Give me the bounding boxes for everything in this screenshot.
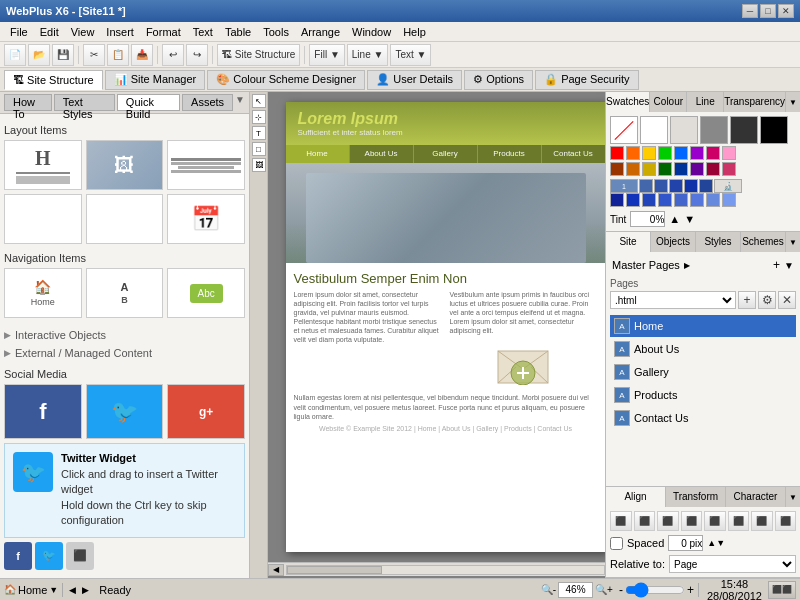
- tab-text-styles[interactable]: Text Styles: [54, 94, 115, 111]
- twitter-widget-area[interactable]: 🐦 Twitter Widget Click and drag to inser…: [4, 443, 245, 538]
- swatch-gray[interactable]: [700, 116, 728, 144]
- page-delete-button[interactable]: ✕: [778, 291, 796, 309]
- tab-colour[interactable]: Colour: [650, 92, 687, 112]
- canvas-nav-products[interactable]: Products: [478, 145, 542, 163]
- swatch-numbered-3[interactable]: [654, 179, 668, 193]
- page-settings-button[interactable]: ⚙: [758, 291, 776, 309]
- swatch-dark-blue[interactable]: [674, 162, 688, 176]
- undo-button[interactable]: ↩: [162, 44, 184, 66]
- tw-small-icon[interactable]: 🐦: [35, 542, 63, 570]
- paste-button[interactable]: 📥: [131, 44, 153, 66]
- social-twitter[interactable]: 🐦: [86, 384, 164, 439]
- spaced-checkbox[interactable]: [610, 537, 623, 550]
- h-scrollbar[interactable]: ◀ ▶: [268, 562, 605, 576]
- canvas-nav-gallery[interactable]: Gallery: [414, 145, 478, 163]
- social-googleplus[interactable]: g+: [167, 384, 245, 439]
- extra-social-icon[interactable]: ⬛: [66, 542, 94, 570]
- menu-insert[interactable]: Insert: [100, 24, 140, 40]
- tab-align[interactable]: Align: [606, 487, 666, 507]
- page-item-contact[interactable]: A Contact Us: [610, 407, 796, 429]
- panel-arrow[interactable]: ▼: [235, 94, 245, 111]
- tab-colour-scheme[interactable]: 🎨 Colour Scheme Designer: [207, 70, 365, 90]
- menu-window[interactable]: Window: [346, 24, 397, 40]
- align-distribute-v-btn[interactable]: ⬛: [775, 511, 797, 531]
- tab-site[interactable]: Site: [606, 232, 651, 252]
- zoom-plus[interactable]: +: [687, 583, 694, 597]
- minimize-button[interactable]: ─: [742, 4, 758, 18]
- tab-site-manager[interactable]: 📊 Site Manager: [105, 70, 205, 90]
- layout-item-columns[interactable]: [86, 194, 164, 244]
- tab-user-details[interactable]: 👤 User Details: [367, 70, 462, 90]
- tab-how-to[interactable]: How To: [4, 94, 52, 111]
- swatch-eyedropper[interactable]: 🔬: [714, 179, 742, 193]
- menu-file[interactable]: File: [4, 24, 34, 40]
- menu-text[interactable]: Text: [187, 24, 219, 40]
- site-structure-button[interactable]: 🏗 Site Structure: [217, 44, 300, 66]
- swatches-panel-arrow[interactable]: ▼: [786, 92, 800, 112]
- layout-item-text[interactable]: [167, 140, 245, 190]
- tab-schemes[interactable]: Schemes: [741, 232, 786, 252]
- swatch-pink[interactable]: [706, 146, 720, 160]
- canvas-nav-contact[interactable]: Contact Us: [542, 145, 606, 163]
- zoom-in-btn[interactable]: 🔍+: [595, 584, 613, 595]
- tab-transparency[interactable]: Transparency: [724, 92, 786, 112]
- menu-arrange[interactable]: Arrange: [295, 24, 346, 40]
- tab-quick-build[interactable]: Quick Build: [117, 94, 180, 111]
- cut-button[interactable]: ✂: [83, 44, 105, 66]
- swatch-purple[interactable]: [690, 146, 704, 160]
- tint-input[interactable]: [630, 211, 665, 227]
- swatch-yellow[interactable]: [642, 146, 656, 160]
- align-bottom-btn[interactable]: ⬛: [728, 511, 750, 531]
- swatch-numbered-5[interactable]: [684, 179, 698, 193]
- tool-shape[interactable]: □: [252, 142, 266, 156]
- tab-site-structure[interactable]: 🏗 Site Structure: [4, 70, 103, 90]
- copy-button[interactable]: 📋: [107, 44, 129, 66]
- canvas-nav-home[interactable]: Home: [286, 145, 350, 163]
- canvas-scroll[interactable]: Lorem Ipsum Sufficient et inter status l…: [268, 92, 605, 578]
- swatch-c6[interactable]: [690, 193, 704, 207]
- page-add-button[interactable]: +: [738, 291, 756, 309]
- swatch-numbered-6[interactable]: [699, 179, 713, 193]
- swatch-dark-purple[interactable]: [690, 162, 704, 176]
- relative-select[interactable]: Page Selection Margin: [669, 555, 796, 573]
- layout-item-h[interactable]: H: [4, 140, 82, 190]
- swatch-numbered-1[interactable]: 1: [610, 179, 638, 193]
- swatch-dark-green[interactable]: [658, 162, 672, 176]
- tool-select[interactable]: ⊹: [252, 110, 266, 124]
- menu-format[interactable]: Format: [140, 24, 187, 40]
- menu-tools[interactable]: Tools: [257, 24, 295, 40]
- menu-view[interactable]: View: [65, 24, 101, 40]
- swatch-orange[interactable]: [626, 146, 640, 160]
- spaced-input[interactable]: [668, 535, 703, 551]
- new-button[interactable]: 📄: [4, 44, 26, 66]
- swatch-dark-pink[interactable]: [706, 162, 720, 176]
- swatch-blue[interactable]: [674, 146, 688, 160]
- tool-text[interactable]: T: [252, 126, 266, 140]
- swatch-c4[interactable]: [658, 193, 672, 207]
- zoom-out-btn[interactable]: 🔍-: [541, 584, 556, 595]
- zoom-input[interactable]: [558, 582, 593, 598]
- master-pages-expand[interactable]: ▶: [684, 261, 690, 270]
- page-format-select[interactable]: .html .php: [610, 291, 736, 309]
- tab-swatches[interactable]: Swatches: [606, 92, 650, 112]
- swatch-light-gray[interactable]: [670, 116, 698, 144]
- text-button[interactable]: Text ▼: [390, 44, 431, 66]
- swatch-dark-orange[interactable]: [626, 162, 640, 176]
- swatch-brown[interactable]: [610, 162, 624, 176]
- swatch-gold[interactable]: [642, 162, 656, 176]
- home-dropdown[interactable]: ▼: [49, 585, 58, 595]
- tab-options[interactable]: ⚙ Options: [464, 70, 533, 90]
- section-external[interactable]: External / Managed Content: [4, 344, 245, 362]
- h-scroll-thumb[interactable]: [287, 566, 382, 574]
- align-right-btn[interactable]: ⬛: [657, 511, 679, 531]
- tab-objects[interactable]: Objects: [651, 232, 696, 252]
- swatch-c2[interactable]: [626, 193, 640, 207]
- tab-transform[interactable]: Transform: [666, 487, 726, 507]
- swatch-dark-gray[interactable]: [730, 116, 758, 144]
- swatch-c1[interactable]: [610, 193, 624, 207]
- swatch-medium-pink[interactable]: [722, 162, 736, 176]
- swatch-numbered-2[interactable]: [639, 179, 653, 193]
- align-middle-btn[interactable]: ⬛: [704, 511, 726, 531]
- align-distribute-h-btn[interactable]: ⬛: [751, 511, 773, 531]
- tab-styles[interactable]: Styles: [696, 232, 741, 252]
